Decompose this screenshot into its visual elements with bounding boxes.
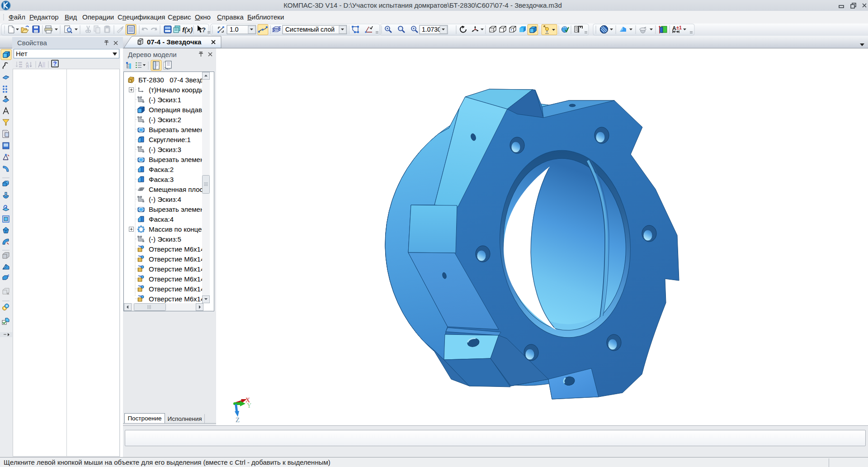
svg-text:1.0: 1.0 [230, 26, 239, 33]
svg-text:Y: Y [247, 402, 251, 409]
svg-text:07-4 - Звездочка: 07-4 - Звездочка [147, 38, 202, 46]
svg-text:?: ? [202, 26, 206, 33]
svg-text:Я: Я [26, 64, 29, 69]
svg-text:Системный слой: Системный слой [285, 26, 335, 33]
svg-text:?: ? [53, 60, 57, 67]
svg-text:Z: Z [236, 416, 240, 424]
svg-text:1.0730: 1.0730 [422, 26, 441, 33]
svg-text:f(x): f(x) [182, 26, 193, 33]
svg-text:±1: ±1 [676, 25, 682, 30]
